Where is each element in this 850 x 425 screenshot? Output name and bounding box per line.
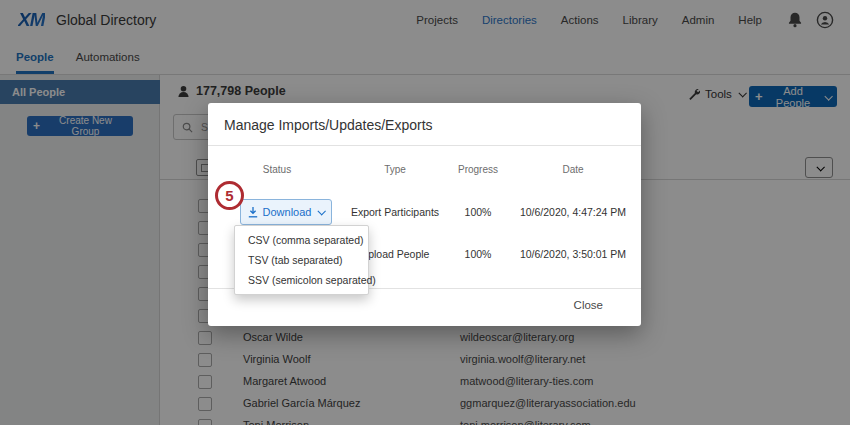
job-progress: 100% [465, 248, 492, 260]
download-button[interactable]: Download [240, 199, 332, 225]
download-icon [248, 207, 258, 218]
job-type: Upload People [361, 248, 430, 260]
download-label: Download [263, 206, 312, 218]
column-header-date: Date [562, 164, 583, 175]
modal-title-divider [208, 145, 641, 146]
close-button[interactable]: Close [574, 299, 603, 311]
column-header-status: Status [263, 164, 291, 175]
job-date: 10/6/2020, 4:47:24 PM [520, 206, 626, 218]
chevron-down-icon [318, 207, 326, 215]
app-root: XM Global Directory Projects Directories… [0, 0, 850, 425]
job-progress: 100% [465, 206, 492, 218]
annotation-step-badge: 5 [215, 181, 244, 210]
menu-item-csv[interactable]: CSV (comma separated) [235, 230, 368, 250]
modal-title: Manage Imports/Updates/Exports [224, 117, 433, 133]
download-format-menu: CSV (comma separated) TSV (tab separated… [234, 225, 369, 295]
menu-item-tsv[interactable]: TSV (tab separated) [235, 250, 368, 270]
menu-item-ssv[interactable]: SSV (semicolon separated) [235, 270, 368, 290]
column-header-type: Type [384, 164, 406, 175]
job-type: Export Participants [351, 206, 439, 218]
job-date: 10/6/2020, 3:50:01 PM [520, 248, 626, 260]
column-header-progress: Progress [458, 164, 498, 175]
